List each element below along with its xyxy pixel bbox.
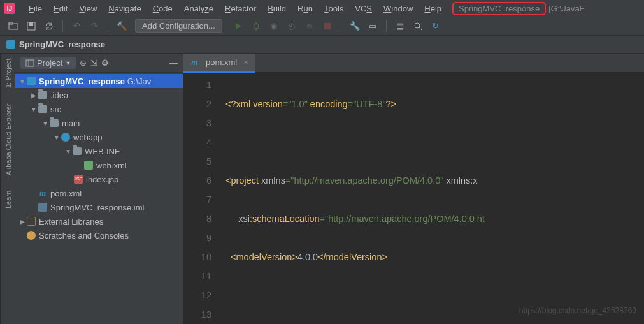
tree-webapp[interactable]: ▼webapp	[15, 130, 183, 144]
tree-src[interactable]: ▼src	[15, 102, 183, 116]
gear-icon[interactable]: ⚙	[101, 58, 109, 68]
coverage-icon[interactable]: ◉	[267, 19, 281, 33]
undo-icon[interactable]: ↶	[69, 19, 83, 33]
svg-point-4	[254, 24, 259, 29]
menu-window[interactable]: Window	[378, 3, 419, 15]
panel-selector[interactable]: Project ▼	[20, 57, 76, 69]
refresh-icon[interactable]: ↻	[429, 19, 443, 33]
sidebar-learn[interactable]: Learn	[4, 191, 12, 209]
svg-rect-10	[26, 60, 34, 66]
tree-pom[interactable]: mpom.xml	[15, 186, 183, 200]
app-icon: IJ	[4, 3, 15, 14]
menu-code[interactable]: Code	[147, 3, 178, 15]
menu-build[interactable]: Build	[262, 3, 292, 15]
menu-help[interactable]: Help	[419, 3, 447, 15]
run-icon[interactable]	[231, 19, 245, 33]
menu-vcs[interactable]: VCS	[349, 3, 378, 15]
svg-rect-7	[324, 23, 331, 29]
expand-icon[interactable]: ⇲	[90, 58, 97, 68]
project-view-icon	[25, 59, 34, 68]
sidebar-alibaba[interactable]: Alibaba Cloud Explorer	[4, 103, 12, 175]
maven-icon: m	[190, 58, 199, 67]
tree-index[interactable]: JSPindex.jsp	[15, 172, 183, 186]
menu-file[interactable]: File	[23, 3, 48, 15]
tree-webxml[interactable]: web.xml	[15, 158, 183, 172]
gutter: 123 456 789 101112 13	[183, 73, 220, 324]
menu-edit[interactable]: Edit	[48, 3, 73, 15]
menu-view[interactable]: View	[73, 3, 103, 15]
window-title: SpringMVC_response	[452, 2, 546, 15]
close-icon[interactable]: ×	[243, 57, 248, 67]
wrench-icon[interactable]: 🔧	[348, 19, 362, 33]
run-config-button[interactable]: Add Configuration...	[135, 19, 222, 33]
svg-point-8	[415, 23, 420, 28]
debug-icon[interactable]	[249, 19, 263, 33]
menu-refactor[interactable]: Refactor	[219, 3, 262, 15]
locate-icon[interactable]: ⊕	[80, 58, 87, 68]
svg-line-9	[419, 27, 422, 30]
breadcrumb: SpringMVC_response	[0, 36, 644, 54]
sidebar-project[interactable]: 1: Project	[4, 59, 12, 88]
tree-webinf[interactable]: ▼WEB-INF	[15, 144, 183, 158]
hammer-icon[interactable]: 🔨	[115, 19, 129, 33]
profile-icon[interactable]: ◴	[285, 19, 299, 33]
search-icon[interactable]	[411, 19, 425, 33]
tree-scratch[interactable]: Scratches and Consoles	[15, 228, 183, 242]
project-panel: Project ▼ ⊕ ⇲ ⚙ — ▼ SpringMVC_response G…	[15, 54, 183, 324]
editor: m pom.xml × 123 456 789 101112 13 <?xml …	[183, 54, 644, 324]
tree-iml[interactable]: SpringMVC_response.iml	[15, 200, 183, 214]
chevron-down-icon: ▼	[65, 60, 71, 66]
tab-pom[interactable]: m pom.xml ×	[183, 54, 255, 73]
structure-icon[interactable]: ▭	[366, 19, 380, 33]
code-content[interactable]: <?xml version="1.0" encoding="UTF-8"?> <…	[220, 73, 644, 324]
module-icon	[6, 40, 15, 49]
tree-main[interactable]: ▼main	[15, 116, 183, 130]
menu-tools[interactable]: Tools	[318, 3, 349, 15]
stop-icon[interactable]	[320, 19, 334, 33]
project-tree: ▼ SpringMVC_response G:\Jav ▶.idea ▼src …	[15, 73, 183, 244]
attach-icon[interactable]: ⎋	[303, 19, 317, 33]
open-icon[interactable]	[6, 19, 20, 33]
tree-root[interactable]: ▼ SpringMVC_response G:\Jav	[15, 74, 183, 88]
tree-idea[interactable]: ▶.idea	[15, 88, 183, 102]
hide-icon[interactable]: —	[169, 58, 178, 68]
tree-extlib[interactable]: ▶External Libraries	[15, 214, 183, 228]
watermark: https://blog.csdn.net/qq_42528769	[519, 301, 636, 320]
toolbar: ↶ ↷ 🔨 Add Configuration... ◉ ◴ ⎋ 🔧 ▭ ▤ ↻	[0, 17, 644, 36]
redo-icon[interactable]: ↷	[87, 19, 101, 33]
menu-navigate[interactable]: Navigate	[103, 3, 147, 15]
svg-rect-3	[29, 22, 33, 26]
window-title-path: [G:\JavaE	[548, 4, 585, 13]
sync-icon[interactable]	[42, 19, 56, 33]
save-icon[interactable]	[24, 19, 38, 33]
breadcrumb-label[interactable]: SpringMVC_response	[19, 40, 105, 49]
menu-run[interactable]: Run	[292, 3, 318, 15]
avd-icon[interactable]: ▤	[393, 19, 407, 33]
menu-analyze[interactable]: Analyze	[178, 3, 219, 15]
